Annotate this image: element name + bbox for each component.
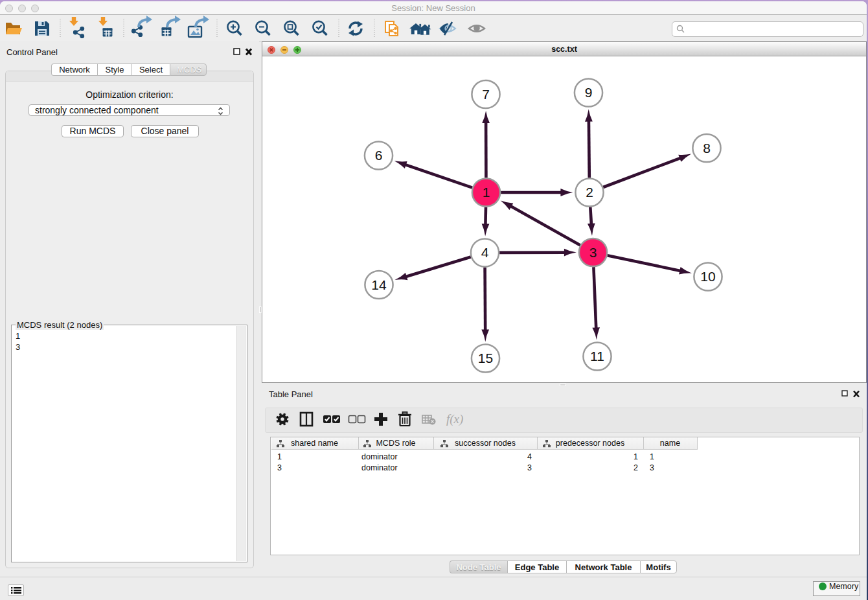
svg-text:8: 8 — [703, 141, 711, 156]
svg-text:1: 1 — [483, 185, 490, 200]
svg-text:9: 9 — [585, 85, 593, 100]
svg-text:11: 11 — [590, 349, 604, 363]
svg-text:10: 10 — [700, 269, 715, 284]
svg-text:15: 15 — [478, 351, 493, 365]
svg-text:14: 14 — [371, 277, 387, 292]
svg-text:4: 4 — [481, 245, 489, 260]
svg-text:3: 3 — [589, 245, 597, 260]
svg-text:2: 2 — [586, 185, 593, 200]
svg-text:7: 7 — [482, 87, 490, 102]
svg-text:6: 6 — [375, 148, 383, 163]
